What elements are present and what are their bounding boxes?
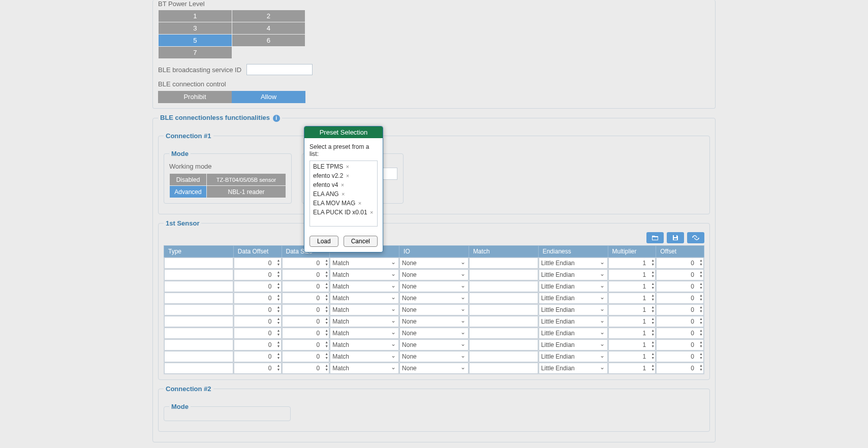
- data-size-input[interactable]: [282, 269, 330, 280]
- data-size-input[interactable]: [282, 316, 330, 327]
- io-select[interactable]: None: [399, 258, 469, 269]
- io-select[interactable]: None: [399, 328, 469, 339]
- reset-icon[interactable]: [687, 232, 704, 243]
- data-size-input[interactable]: [282, 258, 330, 269]
- match-select[interactable]: Match: [330, 351, 399, 362]
- endian-select[interactable]: Little Endian: [539, 328, 608, 339]
- match-input[interactable]: [469, 339, 538, 350]
- offset-input[interactable]: [656, 351, 704, 362]
- close-icon[interactable]: ×: [341, 182, 344, 188]
- io-select[interactable]: None: [399, 339, 469, 350]
- preset-item[interactable]: ELA PUCK ID x0.01 ×: [311, 208, 376, 217]
- data-offset-input[interactable]: [234, 328, 282, 339]
- offset-input[interactable]: [656, 258, 704, 269]
- match-input[interactable]: [469, 293, 538, 304]
- offset-input[interactable]: [656, 316, 704, 327]
- offset-input[interactable]: [656, 281, 704, 292]
- info-icon[interactable]: i: [273, 115, 280, 122]
- multiplier-input[interactable]: [608, 293, 656, 304]
- close-icon[interactable]: ×: [342, 191, 345, 197]
- conn-ctrl-allow[interactable]: Allow: [232, 91, 305, 103]
- preset-item[interactable]: efento v4 ×: [311, 180, 376, 189]
- preset-item[interactable]: efento v2.2 ×: [311, 171, 376, 180]
- data-offset-input[interactable]: [234, 363, 282, 374]
- bt-level-3[interactable]: 3: [159, 22, 232, 35]
- data-offset-input[interactable]: [234, 351, 282, 362]
- multiplier-input[interactable]: [608, 363, 656, 374]
- endian-select[interactable]: Little Endian: [539, 258, 608, 269]
- match-select[interactable]: Match: [330, 304, 399, 315]
- data-offset-input[interactable]: [234, 269, 282, 280]
- endian-select[interactable]: Little Endian: [539, 304, 608, 315]
- type-input[interactable]: [164, 304, 233, 315]
- match-input[interactable]: [469, 281, 538, 292]
- match-input[interactable]: [469, 304, 538, 315]
- type-input[interactable]: [164, 281, 233, 292]
- data-size-input[interactable]: [282, 328, 330, 339]
- offset-input[interactable]: [656, 328, 704, 339]
- multiplier-input[interactable]: [608, 351, 656, 362]
- close-icon[interactable]: ×: [346, 173, 349, 179]
- service-id-input[interactable]: [246, 64, 313, 75]
- match-input[interactable]: [469, 363, 538, 374]
- match-input[interactable]: [469, 351, 538, 362]
- preset-item[interactable]: ELA MOV MAG ×: [311, 199, 376, 208]
- bt-level-6[interactable]: 6: [232, 35, 305, 47]
- type-input[interactable]: [164, 269, 233, 280]
- multiplier-input[interactable]: [608, 281, 656, 292]
- type-input[interactable]: [164, 258, 233, 269]
- io-select[interactable]: None: [399, 316, 469, 327]
- data-offset-input[interactable]: [234, 281, 282, 292]
- endian-select[interactable]: Little Endian: [539, 351, 608, 362]
- data-size-input[interactable]: [282, 339, 330, 350]
- close-icon[interactable]: ×: [370, 209, 373, 215]
- offset-input[interactable]: [656, 304, 704, 315]
- match-select[interactable]: Match: [330, 293, 399, 304]
- data-offset-input[interactable]: [234, 304, 282, 315]
- close-icon[interactable]: ×: [346, 164, 349, 170]
- offset-input[interactable]: [656, 293, 704, 304]
- type-input[interactable]: [164, 339, 233, 350]
- match-select[interactable]: Match: [330, 316, 399, 327]
- bt-level-7[interactable]: 7: [159, 47, 232, 59]
- mode-advanced[interactable]: Advanced: [170, 186, 207, 198]
- bt-level-4[interactable]: 4: [232, 22, 305, 35]
- conn-ctrl-prohibit[interactable]: Prohibit: [158, 91, 232, 103]
- multiplier-input[interactable]: [608, 316, 656, 327]
- endian-select[interactable]: Little Endian: [539, 281, 608, 292]
- preset-item[interactable]: BLE TPMS ×: [311, 162, 376, 171]
- io-select[interactable]: None: [399, 304, 469, 315]
- type-input[interactable]: [164, 293, 233, 304]
- io-select[interactable]: None: [399, 281, 469, 292]
- mode-tz[interactable]: TZ-BT04/05/05B sensor: [207, 174, 286, 186]
- match-input[interactable]: [469, 258, 538, 269]
- match-select[interactable]: Match: [330, 339, 399, 350]
- data-offset-input[interactable]: [234, 258, 282, 269]
- match-input[interactable]: [469, 328, 538, 339]
- data-offset-input[interactable]: [234, 293, 282, 304]
- type-input[interactable]: [164, 351, 233, 362]
- data-size-input[interactable]: [282, 293, 330, 304]
- match-input[interactable]: [469, 269, 538, 280]
- type-input[interactable]: [164, 328, 233, 339]
- partial-input-behind-modal[interactable]: [382, 168, 397, 180]
- match-select[interactable]: Match: [330, 281, 399, 292]
- type-input[interactable]: [164, 316, 233, 327]
- endian-select[interactable]: Little Endian: [539, 339, 608, 350]
- offset-input[interactable]: [656, 363, 704, 374]
- type-input[interactable]: [164, 363, 233, 374]
- endian-select[interactable]: Little Endian: [539, 363, 608, 374]
- io-select[interactable]: None: [399, 293, 469, 304]
- multiplier-input[interactable]: [608, 339, 656, 350]
- preset-item[interactable]: ELA ANG ×: [311, 189, 376, 199]
- match-select[interactable]: Match: [330, 363, 399, 374]
- close-icon[interactable]: ×: [358, 200, 361, 206]
- multiplier-input[interactable]: [608, 328, 656, 339]
- io-select[interactable]: None: [399, 363, 469, 374]
- io-select[interactable]: None: [399, 269, 469, 280]
- mode-nbl[interactable]: NBL-1 reader: [207, 186, 286, 198]
- match-input[interactable]: [469, 316, 538, 327]
- data-size-input[interactable]: [282, 363, 330, 374]
- multiplier-input[interactable]: [608, 269, 656, 280]
- match-select[interactable]: Match: [330, 258, 399, 269]
